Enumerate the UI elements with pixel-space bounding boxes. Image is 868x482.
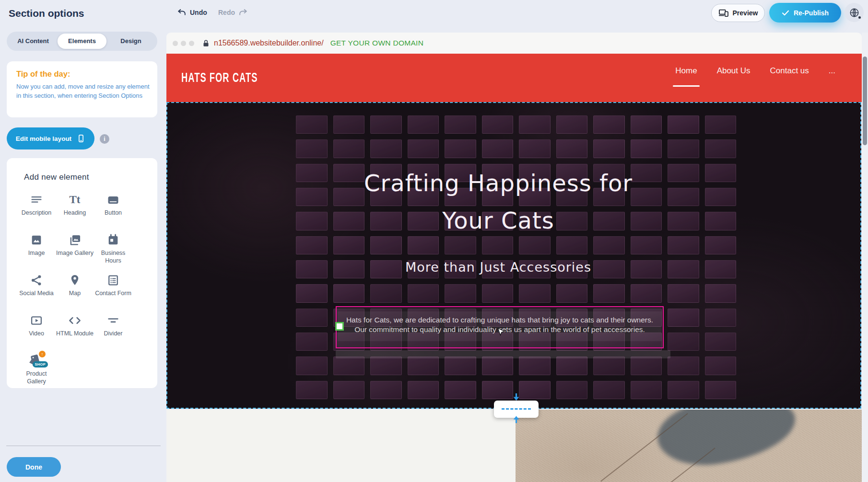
add-element-html-module[interactable]: HTML Module xyxy=(56,313,94,354)
add-element-divider[interactable]: Divider xyxy=(94,313,132,354)
tip-title: Tip of the day: xyxy=(16,69,148,79)
hero-tile xyxy=(333,356,365,375)
hero-tile xyxy=(705,309,737,327)
divider-icon xyxy=(106,313,120,328)
hero-tile xyxy=(296,139,328,158)
hero-tile xyxy=(631,115,662,134)
hero-tile xyxy=(556,139,588,158)
hero-tile xyxy=(556,356,588,375)
hero-tile xyxy=(631,139,662,158)
hero-tile xyxy=(519,381,551,399)
tab-elements[interactable]: Elements xyxy=(58,34,106,49)
shop-badge: SHOP xyxy=(33,361,48,367)
get-domain-link[interactable]: GET YOUR OWN DOMAIN xyxy=(330,39,424,47)
hero-tile xyxy=(296,356,328,375)
hero-tile xyxy=(296,284,328,302)
done-label: Done xyxy=(25,463,42,471)
add-element-heading[interactable]: TtHeading xyxy=(56,193,94,233)
add-element-description[interactable]: Description xyxy=(17,193,56,233)
product-gallery-shop-icon: ↑SHOP xyxy=(29,354,44,368)
element-label: Product Gallery xyxy=(17,370,56,385)
hero-tile xyxy=(296,309,328,327)
element-label: Contact Form xyxy=(95,289,131,297)
tab-design[interactable]: Design xyxy=(106,34,155,49)
edit-mobile-layout-button[interactable]: Edit mobile layout xyxy=(7,127,94,149)
hero-tile xyxy=(668,284,699,302)
site-logo[interactable]: HATS FOR CATS xyxy=(181,70,258,85)
tab-ai-content[interactable]: AI Content xyxy=(9,34,58,49)
resize-dashes xyxy=(502,408,531,410)
arrow-down-icon xyxy=(513,393,520,403)
element-placeholder-band xyxy=(336,350,670,358)
undo-button[interactable]: Undo xyxy=(177,8,207,16)
element-label: Divider xyxy=(104,330,123,337)
nav-item-about-us[interactable]: About Us xyxy=(717,66,751,76)
hero-tile xyxy=(556,115,588,134)
chrome-dot xyxy=(173,41,178,46)
undo-icon xyxy=(177,8,187,16)
notification-dot xyxy=(858,16,861,19)
nav-item-contact-us[interactable]: Contact us xyxy=(770,66,809,76)
add-element-image[interactable]: Image xyxy=(17,233,56,273)
map-pin-icon xyxy=(68,273,82,287)
add-element-map[interactable]: Map xyxy=(56,273,94,313)
info-icon[interactable]: i xyxy=(100,134,109,144)
preview-label: Preview xyxy=(733,9,758,17)
address-url: n1566589.websitebuilder.online/ xyxy=(214,39,324,47)
add-element-video[interactable]: Video xyxy=(17,313,56,354)
panel-divider xyxy=(6,446,161,446)
hero-tile xyxy=(482,139,514,158)
hero-tile xyxy=(631,284,662,302)
hero-tile xyxy=(482,356,514,375)
add-element-business-hours[interactable]: Business Hours xyxy=(94,233,132,273)
hero-tile xyxy=(333,284,365,302)
nav-item-home[interactable]: Home xyxy=(675,66,697,76)
hero-section-selected[interactable]: Crafting Happiness for Your Cats More th… xyxy=(166,102,861,409)
description-icon xyxy=(30,193,43,207)
hero-tile xyxy=(519,139,551,158)
add-element-product-gallery[interactable]: ↑SHOPProduct Gallery xyxy=(17,354,56,394)
add-element-contact-form[interactable]: Contact Form xyxy=(94,273,132,313)
redo-button[interactable]: Redo xyxy=(218,8,247,16)
preview-button[interactable]: Preview xyxy=(711,4,765,22)
hero-tile xyxy=(519,356,551,375)
hero-tile xyxy=(445,356,476,375)
heading-icon: Tt xyxy=(70,193,81,207)
hero-tile xyxy=(593,356,625,375)
paragraph-line-1: Hats for Cats, we are dedicated to craft… xyxy=(337,315,663,325)
add-element-button[interactable]: Button xyxy=(94,193,132,233)
hero-tile xyxy=(370,139,402,158)
language-globe-button[interactable] xyxy=(845,3,864,22)
button-icon xyxy=(106,193,120,207)
hero-tile xyxy=(370,284,402,302)
hero-tile xyxy=(668,381,699,399)
hero-tile xyxy=(519,115,551,134)
section-resize-handle[interactable] xyxy=(494,401,539,418)
hero-tile xyxy=(296,333,328,351)
element-drag-handle[interactable] xyxy=(335,322,344,331)
browser-chrome: n1566589.websitebuilder.online/ GET YOUR… xyxy=(166,33,862,54)
scrollbar-thumb[interactable] xyxy=(863,57,867,145)
hero-tile xyxy=(482,284,514,302)
edit-mobile-label: Edit mobile layout xyxy=(16,135,71,142)
element-label: Image xyxy=(28,249,45,257)
hero-tile xyxy=(593,115,625,134)
cat-shadow-shape xyxy=(653,410,800,472)
add-element-social-media[interactable]: Social Media xyxy=(17,273,56,313)
business-hours-icon xyxy=(106,233,120,247)
done-button[interactable]: Done xyxy=(7,457,61,477)
hero-heading[interactable]: Crafting Happiness for Your Cats xyxy=(167,164,829,239)
element-label: Business Hours xyxy=(94,249,132,264)
hero-tile xyxy=(668,115,699,134)
hero-subheading[interactable]: More than Just Accessories xyxy=(167,260,829,275)
add-element-image-gallery[interactable]: Image Gallery xyxy=(56,233,94,273)
social-media-icon xyxy=(30,273,43,287)
page-title: Section options xyxy=(9,8,84,19)
hero-tile xyxy=(408,356,439,375)
tip-body: Now you can add, move and resize any ele… xyxy=(16,82,150,101)
hero-tile xyxy=(519,284,551,302)
nav-item-more[interactable]: ... xyxy=(829,66,835,76)
chrome-dot xyxy=(181,41,186,46)
selected-paragraph-element[interactable]: Hats for Cats, we are dedicated to craft… xyxy=(336,306,664,348)
republish-button[interactable]: Re-Publish xyxy=(769,3,841,23)
